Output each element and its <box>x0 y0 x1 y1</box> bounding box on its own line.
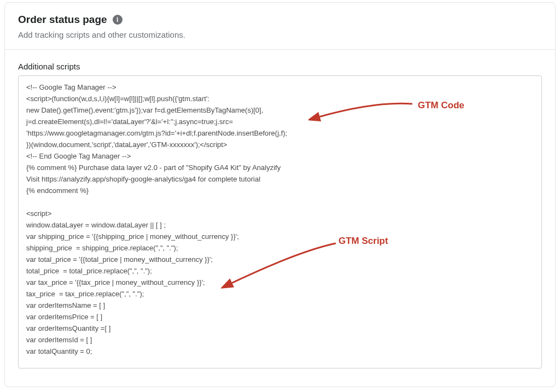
order-status-card: Order status page i Add tracking scripts… <box>4 2 556 387</box>
card-header: Order status page i Add tracking scripts… <box>5 3 555 49</box>
additional-scripts-section: Additional scripts <box>5 50 555 375</box>
additional-scripts-textarea[interactable] <box>18 75 542 368</box>
section-label: Additional scripts <box>18 62 542 71</box>
page-subtitle: Add tracking scripts and other customiza… <box>18 30 542 39</box>
title-row: Order status page i <box>18 14 542 26</box>
page-title: Order status page <box>18 14 107 26</box>
info-icon[interactable]: i <box>113 15 122 25</box>
